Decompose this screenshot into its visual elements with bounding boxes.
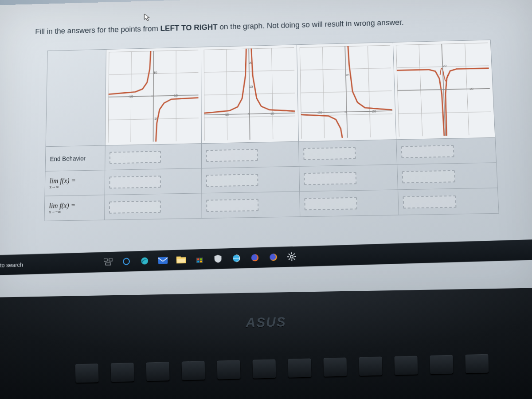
keycap[interactable] bbox=[465, 354, 489, 373]
keycap[interactable] bbox=[430, 355, 453, 374]
svg-line-1 bbox=[153, 51, 153, 142]
svg-line-31 bbox=[293, 258, 295, 260]
security-icon[interactable] bbox=[213, 254, 223, 265]
svg-rect-20 bbox=[197, 261, 199, 262]
svg-rect-17 bbox=[196, 258, 203, 263]
lim-pos-input-2[interactable] bbox=[206, 174, 258, 187]
microsoft-store-icon[interactable] bbox=[194, 254, 205, 265]
mouse-cursor-icon bbox=[144, 13, 151, 22]
lim-pos-input-3[interactable] bbox=[304, 172, 356, 185]
svg-rect-13 bbox=[158, 257, 168, 264]
svg-point-11 bbox=[123, 258, 129, 265]
graph-row-label bbox=[46, 49, 106, 146]
svg-rect-8 bbox=[104, 258, 107, 261]
instructions-post: on the graph. Not doing so will result i… bbox=[218, 18, 404, 31]
graph-cell-3: -20 0 20 20 bbox=[297, 42, 396, 141]
end-behavior-input-1[interactable] bbox=[110, 151, 161, 164]
lim-neg-input-2[interactable] bbox=[206, 199, 258, 211]
instructions-text: Fill in the answers for the points from … bbox=[35, 18, 404, 36]
keycap[interactable] bbox=[217, 360, 241, 379]
svg-line-32 bbox=[293, 254, 295, 255]
ie-icon[interactable] bbox=[231, 253, 242, 264]
end-behavior-label: End Behavior bbox=[45, 145, 105, 171]
lim-pos-label: lim f(x) = x→∞ bbox=[49, 177, 100, 189]
end-behavior-input-2[interactable] bbox=[206, 149, 258, 162]
cortana-icon[interactable] bbox=[121, 256, 132, 267]
keycap[interactable] bbox=[111, 363, 134, 382]
svg-rect-18 bbox=[197, 258, 199, 260]
svg-rect-19 bbox=[200, 258, 202, 260]
graph-cell-2: -10 0 10 10 20 bbox=[201, 45, 298, 144]
end-behavior-table: -10 0 10 10 -10 bbox=[44, 39, 499, 221]
svg-line-30 bbox=[289, 254, 290, 255]
svg-line-5 bbox=[345, 46, 347, 138]
keycap[interactable] bbox=[146, 362, 170, 381]
svg-rect-9 bbox=[109, 258, 113, 261]
keycap[interactable] bbox=[182, 361, 205, 380]
end-behavior-input-3[interactable] bbox=[303, 147, 356, 160]
svg-rect-16 bbox=[177, 259, 185, 262]
svg-line-33 bbox=[289, 258, 290, 260]
file-explorer-icon[interactable] bbox=[176, 254, 187, 265]
lim-neg-input-4[interactable] bbox=[403, 195, 457, 208]
svg-point-25 bbox=[290, 255, 293, 258]
svg-rect-15 bbox=[176, 256, 181, 258]
instructions-pre: Fill in the answers for the points from bbox=[35, 24, 160, 36]
settings-gear-icon[interactable] bbox=[286, 251, 297, 262]
graph-cell-4: 20 20 bbox=[393, 40, 495, 140]
firefox-icon-2[interactable] bbox=[268, 252, 279, 263]
keycap[interactable] bbox=[323, 357, 347, 376]
lim-pos-input-1[interactable] bbox=[109, 176, 160, 188]
lim-pos-input-4[interactable] bbox=[402, 170, 456, 183]
end-behavior-input-4[interactable] bbox=[401, 145, 454, 158]
task-view-icon[interactable] bbox=[103, 257, 113, 267]
keycap[interactable] bbox=[359, 356, 382, 376]
svg-rect-21 bbox=[200, 261, 202, 262]
instructions-bold: LEFT TO RIGHT bbox=[160, 23, 218, 33]
edge-icon[interactable] bbox=[139, 255, 150, 266]
lim-neg-label: lim f(x) = x→−∞ bbox=[49, 202, 100, 215]
firefox-icon[interactable] bbox=[250, 252, 260, 263]
laptop-brand-logo: ASUS bbox=[246, 314, 286, 330]
keycap[interactable] bbox=[394, 356, 418, 375]
svg-line-3 bbox=[249, 49, 250, 140]
lim-neg-input-3[interactable] bbox=[304, 197, 357, 210]
graph-cell-1: -10 0 10 10 -10 bbox=[105, 47, 201, 145]
keycap[interactable] bbox=[253, 359, 276, 378]
lim-neg-input-1[interactable] bbox=[109, 200, 161, 213]
mail-icon[interactable] bbox=[158, 255, 168, 266]
keycap[interactable] bbox=[288, 358, 311, 377]
keycap[interactable] bbox=[75, 364, 99, 383]
taskbar-search-input[interactable]: Type here to search bbox=[0, 260, 77, 270]
svg-rect-10 bbox=[106, 263, 111, 265]
